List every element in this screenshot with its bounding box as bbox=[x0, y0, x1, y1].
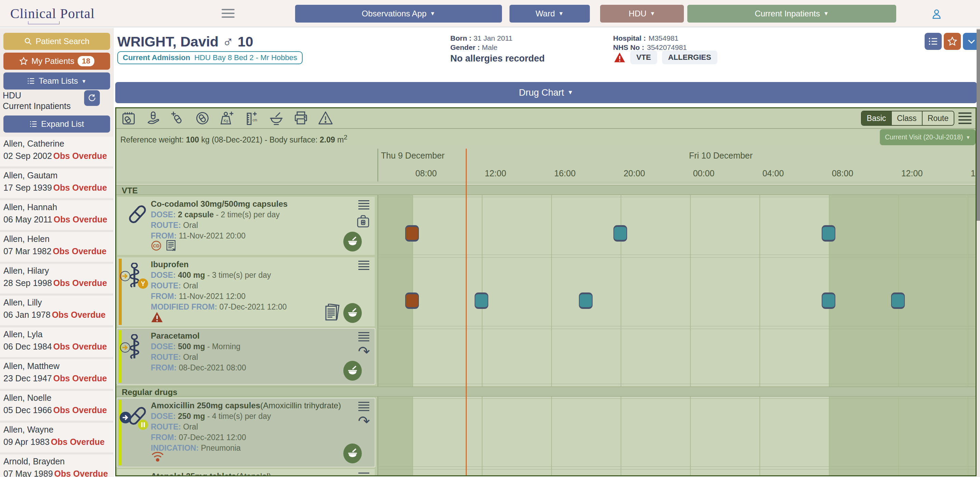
drug-name: Atenolol 25mg tablets(Atenolol) bbox=[151, 472, 271, 476]
obs-overdue-flag: Obs Overdue bbox=[52, 310, 106, 320]
pill-circle-icon[interactable] bbox=[195, 111, 210, 126]
patient-list-item[interactable]: Allen, Lyla06 Dec 1984Obs Overdue bbox=[0, 327, 113, 357]
row-menu-icon[interactable] bbox=[358, 402, 369, 413]
current-visit-button[interactable]: Current Visit (20-Jul-2018)▼ bbox=[880, 129, 975, 145]
current-admission-pill[interactable]: Current AdmissionHDU Bay 8 Bed 2 - Mr Ho… bbox=[117, 51, 302, 64]
drug-card[interactable]: Atenolol 25mg tablets(Atenolol) bbox=[117, 469, 375, 476]
skip-arrow-icon[interactable]: ↷ bbox=[358, 416, 370, 426]
dose-due[interactable] bbox=[822, 293, 835, 309]
patient-list-item[interactable]: Allen, Matthew23 Dec 1947Obs Overdue bbox=[0, 359, 113, 389]
patient-list-item[interactable]: Arnold, Brayden07 May 1989Obs Overdue bbox=[0, 455, 113, 477]
patient-list-item[interactable]: Allen, Lilly06 Jan 1978Obs Overdue bbox=[0, 296, 113, 325]
printer-icon[interactable] bbox=[293, 111, 309, 126]
notes-icon[interactable] bbox=[324, 304, 340, 322]
drug-card[interactable]: Amoxicillin 250mg capsules(Amoxicillin t… bbox=[117, 398, 375, 467]
pill-plus-icon[interactable] bbox=[170, 111, 185, 126]
allergy-status: No allergies recorded bbox=[450, 53, 545, 64]
weight-plus-icon[interactable]: Kg bbox=[220, 111, 235, 126]
firstaid-icon[interactable] bbox=[356, 215, 370, 228]
patient-search-button[interactable]: Patient Search bbox=[3, 33, 110, 50]
dose-timeline[interactable] bbox=[378, 469, 975, 476]
drug-name: Ibuprofen bbox=[151, 260, 287, 269]
drug-card[interactable]: Co-codamol 30mg/500mg capsulesDOSE: 2 ca… bbox=[117, 197, 375, 255]
obs-overdue-flag: Obs Overdue bbox=[51, 437, 105, 447]
dose-due[interactable] bbox=[613, 225, 627, 242]
list-view-button[interactable] bbox=[924, 33, 942, 50]
vte-button[interactable]: VTE bbox=[630, 51, 657, 64]
dose-due[interactable] bbox=[891, 293, 905, 309]
row-menu-icon[interactable] bbox=[358, 200, 369, 211]
my-patients-button[interactable]: My Patients 18 bbox=[3, 52, 110, 70]
dose-given[interactable] bbox=[405, 225, 419, 242]
list-icon bbox=[29, 120, 38, 128]
dose-due[interactable] bbox=[579, 293, 593, 309]
skip-arrow-icon[interactable]: ↷ bbox=[358, 347, 370, 357]
user-icon[interactable] bbox=[930, 8, 943, 21]
row-menu-icon[interactable] bbox=[358, 261, 369, 272]
patient-list-name: Allen, Matthew bbox=[3, 361, 113, 371]
patient-list-item[interactable]: Allen, Hannah06 May 2011Obs Overdue bbox=[0, 200, 113, 230]
menu-icon[interactable] bbox=[221, 9, 235, 19]
view-tab-class[interactable]: Class bbox=[891, 111, 922, 125]
hand-pill-icon[interactable] bbox=[146, 111, 161, 126]
app-button-hdu[interactable]: HDU▼ bbox=[600, 5, 684, 22]
refresh-icon bbox=[88, 93, 96, 103]
page-scrollbar[interactable] bbox=[977, 28, 980, 477]
patient-list-item[interactable]: Allen, Helen07 Mar 1982Obs Overdue bbox=[0, 232, 113, 262]
drug-detail-line: FROM: 07-Dec-2021 12:00 bbox=[151, 433, 341, 442]
app-button-current-inpatients[interactable]: Current Inpatients▼ bbox=[687, 5, 896, 22]
dose-timeline[interactable] bbox=[378, 257, 975, 326]
pharmacy-icon[interactable] bbox=[343, 444, 362, 463]
app-button-observations-app[interactable]: Observations App▼ bbox=[295, 5, 502, 22]
patient-list-item[interactable]: Allen, Hilary28 Sep 1998Obs Overdue bbox=[0, 264, 113, 293]
time-label: 16:00 bbox=[971, 168, 977, 178]
row-menu-icon[interactable] bbox=[358, 472, 369, 476]
obs-overdue-flag: Obs Overdue bbox=[54, 469, 108, 477]
dose-timeline[interactable] bbox=[378, 197, 975, 255]
calendar-pill-icon[interactable] bbox=[121, 111, 136, 126]
dose-given[interactable] bbox=[405, 293, 419, 309]
dose-timeline[interactable] bbox=[378, 398, 975, 467]
time-label: 16:00 bbox=[554, 168, 576, 178]
view-tab-route[interactable]: Route bbox=[922, 111, 954, 125]
patient-list-dob: 17 Sep 1939Obs Overdue bbox=[3, 183, 113, 193]
sidebar: Patient Search My Patients 18 Team Lists… bbox=[0, 28, 113, 477]
drug-detail-line: ROUTE: Oral bbox=[151, 353, 246, 362]
male-icon: ♂ bbox=[223, 33, 234, 49]
dose-due[interactable] bbox=[822, 225, 835, 242]
expand-list-button[interactable]: Expand List bbox=[3, 116, 110, 133]
app-button-ward[interactable]: Ward▼ bbox=[509, 5, 590, 22]
favourite-button[interactable] bbox=[944, 33, 961, 50]
dose-timeline[interactable] bbox=[378, 329, 975, 384]
drug-detail-line: ROUTE: Oral bbox=[151, 221, 288, 230]
team-lists-button[interactable]: Team Lists▼ bbox=[3, 73, 110, 90]
drug-detail-line: FROM: 11-Nov-2021 12:00 bbox=[151, 292, 287, 301]
ruler-plus-icon[interactable]: cm bbox=[244, 111, 259, 126]
chart-menu-icon[interactable] bbox=[958, 113, 972, 126]
patient-list-dob: 28 Sep 1998Obs Overdue bbox=[3, 278, 113, 288]
current-list-title: HDU Current Inpatients bbox=[3, 90, 71, 111]
allergies-button[interactable]: ALLERGIES bbox=[662, 51, 718, 64]
time-label: 08:00 bbox=[415, 168, 437, 178]
view-tab-basic[interactable]: Basic bbox=[862, 111, 891, 125]
drug-card[interactable]: ParacetamolDOSE: 500 mg - MorningROUTE: … bbox=[117, 329, 375, 384]
refresh-list-button[interactable] bbox=[84, 90, 100, 106]
dose-due[interactable] bbox=[475, 293, 488, 309]
mortar-icon[interactable] bbox=[269, 111, 284, 126]
warn-tri-icon[interactable] bbox=[318, 111, 333, 126]
pharmacy-icon[interactable] bbox=[343, 232, 362, 252]
pharmacy-icon[interactable] bbox=[343, 361, 362, 380]
identifiers: Hospital :M354981 NHS No :3542074981 bbox=[613, 33, 687, 52]
patient-list-name: Allen, Hilary bbox=[3, 266, 113, 276]
drug-card[interactable]: IbuprofenDOSE: 400 mg - 3 time(s) per da… bbox=[117, 257, 375, 326]
drug-chart-header[interactable]: Drug Chart▼ bbox=[115, 82, 977, 103]
drug-detail-line: ROUTE: Oral bbox=[151, 281, 287, 290]
pharmacy-icon[interactable] bbox=[343, 303, 362, 323]
cd-badge-icon: CD bbox=[151, 240, 162, 251]
patient-list-item[interactable]: Allen, Catherine02 Sep 2002Obs Overdue bbox=[0, 137, 113, 166]
patient-list-item[interactable]: Allen, Noelle05 Dec 1966Obs Overdue bbox=[0, 391, 113, 421]
patient-list-item[interactable]: Allen, Wayne09 Apr 1983Obs Overdue bbox=[0, 423, 113, 452]
row-menu-icon[interactable] bbox=[358, 332, 369, 343]
patient-list-item[interactable]: Allen, Gautam17 Sep 1939Obs Overdue bbox=[0, 168, 113, 198]
drug-name: Paracetamol bbox=[151, 331, 246, 341]
